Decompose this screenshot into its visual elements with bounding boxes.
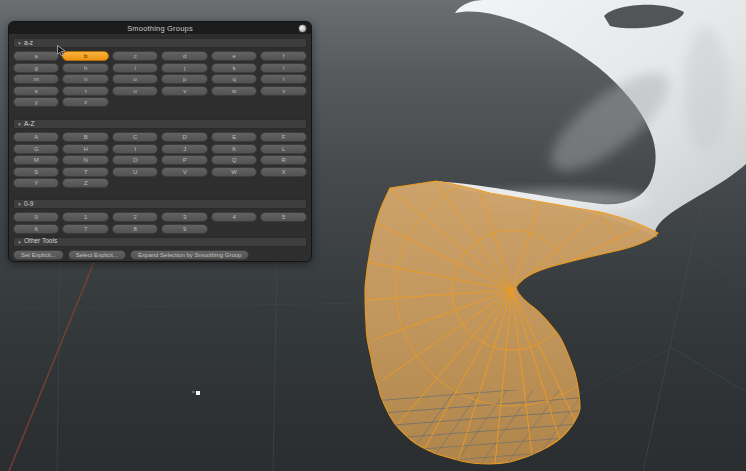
smoothing-group-button-T[interactable]: T (62, 167, 108, 177)
smoothing-group-button-D[interactable]: D (161, 132, 207, 142)
smoothing-group-button-v[interactable]: v (161, 86, 207, 96)
smoothing-group-button-g[interactable]: g (13, 63, 59, 73)
smoothing-group-button-R[interactable]: R (260, 155, 306, 165)
collapse-triangle-icon: ▾ (18, 41, 21, 46)
section-header-0-9[interactable]: ▾0-9 (13, 199, 307, 209)
smoothing-group-button-1[interactable]: 1 (62, 212, 108, 222)
smoothing-group-button-6[interactable]: 6 (13, 224, 59, 234)
section-label: Other Tools (24, 238, 57, 245)
smoothing-group-button-L[interactable]: L (260, 144, 306, 154)
button-row: YZ (13, 178, 307, 188)
panel-title: Smoothing Groups (127, 24, 193, 33)
smoothing-group-button-X[interactable]: X (260, 167, 306, 177)
mesh-shading (684, 28, 728, 152)
smoothing-group-button-a[interactable]: a (13, 51, 59, 61)
smoothing-group-button-W[interactable]: W (211, 167, 257, 177)
button-row: 012345 (13, 212, 307, 222)
section-label: A-Z (24, 121, 34, 128)
smoothing-group-button-Z[interactable]: Z (62, 178, 108, 188)
viewport-pivot-dot (192, 391, 200, 395)
button-row: 6789 (13, 224, 307, 234)
section-header-other-tools[interactable]: ▾Other Tools (13, 237, 307, 247)
smoothing-group-button-3[interactable]: 3 (161, 212, 207, 222)
smoothing-groups-panel: Smoothing Groups ▾a-zabcdefghijklmnopqrs… (8, 21, 312, 262)
smoothing-group-button-f[interactable]: f (260, 51, 306, 61)
smoothing-group-button-S[interactable]: S (13, 167, 59, 177)
smoothing-group-button-j[interactable]: j (161, 63, 207, 73)
collapse-triangle-icon: ▾ (18, 239, 21, 244)
smoothing-group-button-Y[interactable]: Y (13, 178, 59, 188)
expand-selection-by-smoothing-group-button[interactable]: Expand Selection by Smoothing Group (130, 250, 249, 260)
other-tools-row: Set Explicit...Select Explicit...Expand … (13, 250, 307, 260)
select-explicit-button[interactable]: Select Explicit... (68, 250, 126, 260)
smoothing-group-button-B[interactable]: B (62, 132, 108, 142)
smoothing-group-button-U[interactable]: U (112, 167, 158, 177)
smoothing-group-button-c[interactable]: c (112, 51, 158, 61)
smoothing-group-button-4[interactable]: 4 (211, 212, 257, 222)
smoothing-group-button-k[interactable]: k (211, 63, 257, 73)
smoothing-group-button-p[interactable]: p (161, 74, 207, 84)
button-row: ABCDEF (13, 132, 307, 142)
smoothing-group-button-Q[interactable]: Q (211, 155, 257, 165)
mesh-selected-polygons[interactable] (365, 174, 658, 471)
button-row: yz (13, 97, 307, 107)
panel-menu-button[interactable] (298, 24, 307, 33)
smoothing-group-button-w[interactable]: w (211, 86, 257, 96)
smoothing-group-button-x[interactable]: x (260, 86, 306, 96)
smoothing-group-button-E[interactable]: E (211, 132, 257, 142)
section-label: 0-9 (24, 201, 33, 208)
smoothing-group-button-N[interactable]: N (62, 155, 108, 165)
panel-titlebar[interactable]: Smoothing Groups (9, 22, 311, 34)
smoothing-group-button-7[interactable]: 7 (62, 224, 108, 234)
smoothing-group-button-M[interactable]: M (13, 155, 59, 165)
section-header-a-z[interactable]: ▾A-Z (13, 119, 307, 129)
smoothing-group-button-o[interactable]: o (112, 74, 158, 84)
section-label: a-z (24, 40, 33, 47)
smoothing-group-button-K[interactable]: K (211, 144, 257, 154)
smoothing-group-button-8[interactable]: 8 (112, 224, 158, 234)
smoothing-group-button-l[interactable]: l (260, 63, 306, 73)
button-row: ghijkl (13, 63, 307, 73)
smoothing-group-button-b[interactable]: b (62, 51, 108, 61)
collapse-triangle-icon: ▾ (18, 122, 21, 127)
panel-sections: ▾a-zabcdefghijklmnopqrstuvwxyz▾A-ZABCDEF… (9, 34, 311, 260)
smoothing-group-button-0[interactable]: 0 (13, 212, 59, 222)
collapse-triangle-icon: ▾ (18, 202, 21, 207)
axis-line-x (9, 262, 94, 471)
smoothing-group-button-O[interactable]: O (112, 155, 158, 165)
smoothing-group-button-u[interactable]: u (112, 86, 158, 96)
set-explicit-button[interactable]: Set Explicit... (13, 250, 64, 260)
smoothing-group-button-m[interactable]: m (13, 74, 59, 84)
smoothing-group-button-r[interactable]: r (260, 74, 306, 84)
smoothing-group-button-t[interactable]: t (62, 86, 108, 96)
button-row: STUVWX (13, 167, 307, 177)
smoothing-group-button-2[interactable]: 2 (112, 212, 158, 222)
smoothing-group-button-e[interactable]: e (211, 51, 257, 61)
smoothing-group-button-G[interactable]: G (13, 144, 59, 154)
smoothing-group-button-A[interactable]: A (13, 132, 59, 142)
smoothing-group-button-y[interactable]: y (13, 97, 59, 107)
modeling-app-viewport-screen: { "panel": { "title": "Smoothing Groups"… (0, 0, 746, 471)
smoothing-group-button-9[interactable]: 9 (161, 224, 207, 234)
smoothing-group-button-H[interactable]: H (62, 144, 108, 154)
smoothing-group-button-i[interactable]: i (112, 63, 158, 73)
smoothing-group-button-s[interactable]: s (13, 86, 59, 96)
smoothing-group-button-n[interactable]: n (62, 74, 108, 84)
button-row: mnopqr (13, 74, 307, 84)
smoothing-group-button-z[interactable]: z (62, 97, 108, 107)
button-row: MNOPQR (13, 155, 307, 165)
smoothing-group-button-F[interactable]: F (260, 132, 306, 142)
smoothing-group-button-d[interactable]: d (161, 51, 207, 61)
smoothing-group-button-C[interactable]: C (112, 132, 158, 142)
smoothing-group-button-I[interactable]: I (112, 144, 158, 154)
button-row: stuvwx (13, 86, 307, 96)
smoothing-group-button-V[interactable]: V (161, 167, 207, 177)
smoothing-group-button-q[interactable]: q (211, 74, 257, 84)
smoothing-group-button-5[interactable]: 5 (260, 212, 306, 222)
smoothing-group-button-P[interactable]: P (161, 155, 207, 165)
smoothing-group-button-J[interactable]: J (161, 144, 207, 154)
smoothing-group-button-h[interactable]: h (62, 63, 108, 73)
button-row: GHIJKL (13, 144, 307, 154)
mouse-cursor (57, 45, 69, 58)
